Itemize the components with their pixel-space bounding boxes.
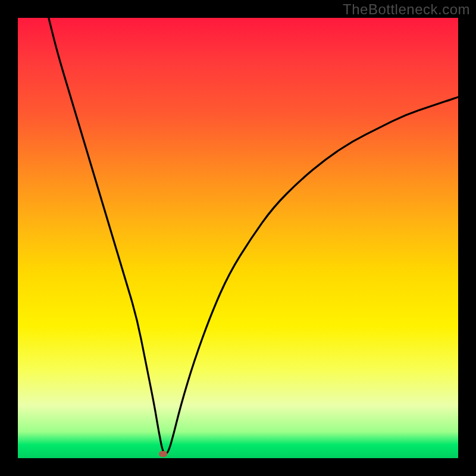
bottleneck-curve [18,18,458,458]
plot-area [18,18,458,458]
watermark-text: TheBottleneck.com [343,1,470,18]
chart-frame: TheBottleneck.com [0,0,476,476]
trough-marker [159,451,167,457]
